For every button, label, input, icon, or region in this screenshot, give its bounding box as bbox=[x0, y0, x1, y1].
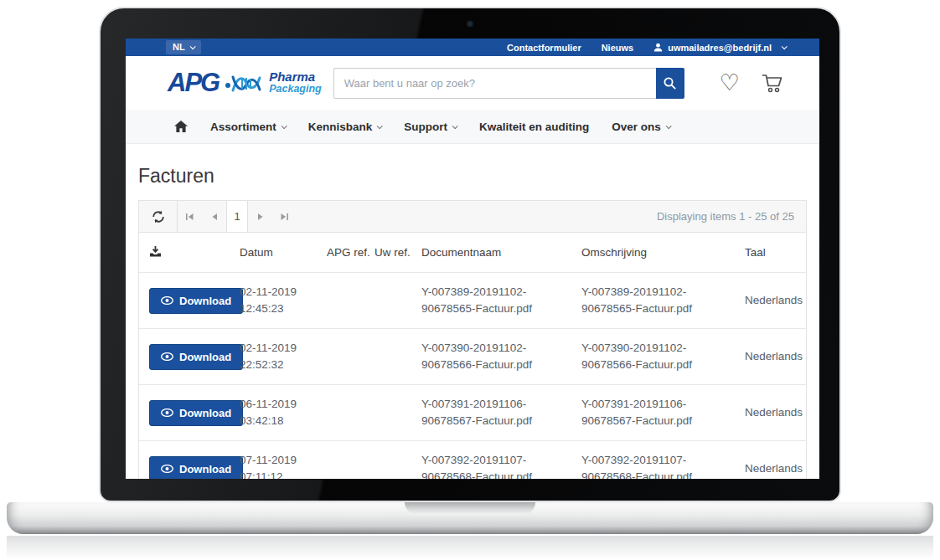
prev-page-button[interactable] bbox=[202, 201, 226, 232]
cell-documentnaam: Y-007391-20191106-90678567-Factuur.pdf bbox=[421, 396, 581, 429]
first-page-icon bbox=[185, 213, 194, 221]
nav-label: Kwaliteit en auditing bbox=[479, 121, 589, 133]
search-input[interactable] bbox=[333, 68, 656, 99]
cell-taal: Nederlands bbox=[745, 292, 816, 309]
contact-link[interactable]: Contactformulier bbox=[507, 43, 581, 53]
pagination: 1 bbox=[178, 201, 297, 232]
invoice-row: Download 07-11-201907:11:12 Y-007392-201… bbox=[139, 440, 806, 479]
home-icon bbox=[174, 121, 188, 132]
search-bar bbox=[333, 68, 684, 99]
nav-home[interactable] bbox=[174, 121, 188, 132]
col-header-documentnaam[interactable]: Documentnaam bbox=[421, 246, 581, 259]
download-button[interactable]: Download bbox=[149, 288, 243, 314]
wishlist-heart-icon[interactable]: ♡ bbox=[720, 72, 740, 95]
topbar-links: Contactformulier Nieuws uwmailadres@bedr… bbox=[507, 43, 786, 53]
nav-item-kwaliteit-en-auditing[interactable]: Kwaliteit en auditing bbox=[479, 121, 589, 133]
invoice-row: Download 02-11-201922:52:32 Y-007390-201… bbox=[139, 328, 806, 384]
logo-tagline: Pharma Packaging bbox=[269, 70, 322, 95]
download-button[interactable]: Download bbox=[149, 400, 243, 426]
laptop-lid-notch bbox=[405, 502, 535, 515]
col-header-apg-ref[interactable]: APG ref. bbox=[327, 246, 374, 259]
col-header-datum[interactable]: Datum bbox=[240, 246, 327, 259]
cell-taal: Nederlands bbox=[745, 404, 816, 421]
laptop-base bbox=[7, 502, 933, 534]
main-nav: Assortiment Kennisbank Support Kwaliteit… bbox=[126, 110, 819, 144]
dna-helix-icon bbox=[225, 69, 263, 96]
next-page-button[interactable] bbox=[248, 201, 272, 232]
last-page-icon bbox=[280, 213, 289, 221]
invoice-row: Download 02-11-201912:45:23 Y-007389-201… bbox=[139, 272, 806, 328]
first-page-button[interactable] bbox=[178, 201, 202, 232]
cell-datum: 06-11-201903:42:18 bbox=[240, 396, 327, 429]
logo-tagline-packaging: Packaging bbox=[269, 83, 322, 95]
nav-item-over-ons[interactable]: Over ons bbox=[612, 121, 670, 133]
chevron-down-icon bbox=[281, 123, 287, 129]
refresh-icon bbox=[152, 210, 165, 223]
cell-documentnaam: Y-007389-20191102-90678565-Factuur.pdf bbox=[421, 284, 581, 317]
col-header-taal[interactable]: Taal bbox=[745, 246, 806, 259]
download-button[interactable]: Download bbox=[149, 344, 243, 370]
chevron-down-icon bbox=[782, 44, 788, 49]
page-content: Facturen bbox=[126, 165, 819, 479]
cell-documentnaam: Y-007392-20191107-90678568-Factuur.pdf bbox=[421, 452, 581, 479]
nav-item-kennisbank[interactable]: Kennisbank bbox=[308, 121, 382, 133]
cell-taal: Nederlands bbox=[745, 348, 816, 365]
company-logo[interactable]: APG Pharma Packaging bbox=[168, 68, 322, 98]
grid-toolbar: 1 bbox=[139, 201, 806, 233]
chevron-down-icon bbox=[452, 123, 458, 129]
cell-omschrijving: Y-007391-20191106-90678567-Factuur.pdf bbox=[581, 396, 745, 429]
logo-tagline-pharma: Pharma bbox=[269, 70, 322, 83]
nav-label: Kennisbank bbox=[308, 121, 373, 133]
cell-omschrijving: Y-007390-20191102-90678566-Factuur.pdf bbox=[581, 340, 745, 373]
laptop-mockup: NL Contactformulier Nieuws uwmailadres@b… bbox=[0, 0, 940, 560]
eye-icon bbox=[161, 296, 173, 305]
cell-omschrijving: Y-007389-20191102-90678565-Factuur.pdf bbox=[581, 284, 745, 317]
eye-icon bbox=[161, 408, 173, 417]
search-button[interactable] bbox=[656, 68, 684, 99]
last-page-button[interactable] bbox=[272, 201, 297, 232]
page-title: Facturen bbox=[138, 165, 807, 188]
current-page-indicator[interactable]: 1 bbox=[226, 201, 248, 232]
chevron-down-icon bbox=[377, 123, 383, 129]
download-column-header bbox=[149, 245, 240, 260]
cell-datum: 07-11-201907:11:12 bbox=[240, 452, 327, 479]
download-icon bbox=[149, 245, 162, 258]
shopping-cart-icon[interactable] bbox=[762, 73, 784, 94]
laptop-bezel: NL Contactformulier Nieuws uwmailadres@b… bbox=[99, 7, 841, 502]
invoices-grid: 1 bbox=[138, 200, 807, 479]
news-link[interactable]: Nieuws bbox=[602, 43, 634, 53]
prev-page-icon bbox=[211, 213, 218, 221]
nav-item-support[interactable]: Support bbox=[404, 121, 457, 133]
next-page-icon bbox=[257, 213, 264, 221]
laptop-reflection bbox=[7, 536, 933, 559]
cell-taal: Nederlands bbox=[745, 460, 816, 477]
account-menu[interactable]: uwmailadres@bedrijf.nl bbox=[653, 43, 786, 53]
refresh-button[interactable] bbox=[139, 201, 178, 232]
chevron-down-icon bbox=[666, 123, 672, 129]
account-email: uwmailadres@bedrijf.nl bbox=[668, 43, 772, 53]
eye-icon bbox=[161, 352, 173, 361]
topbar: NL Contactformulier Nieuws uwmailadres@b… bbox=[126, 39, 819, 56]
nav-item-assortiment[interactable]: Assortiment bbox=[210, 121, 286, 133]
language-selector[interactable]: NL bbox=[166, 40, 201, 54]
download-label: Download bbox=[179, 407, 231, 419]
cell-datum: 02-11-201922:52:32 bbox=[240, 340, 327, 373]
logo-apg-text: APG bbox=[168, 68, 219, 98]
site-header: APG Pharma Packaging bbox=[126, 56, 819, 110]
col-header-omschrijving[interactable]: Omschrijving bbox=[581, 246, 745, 259]
nav-label: Support bbox=[404, 121, 447, 133]
webcam-dot bbox=[467, 21, 473, 27]
download-label: Download bbox=[179, 351, 231, 363]
cell-omschrijving: Y-007392-20191107-90678568-Factuur.pdf bbox=[581, 452, 745, 479]
download-label: Download bbox=[179, 463, 231, 475]
eye-icon bbox=[161, 465, 173, 473]
invoice-row: Download 06-11-201903:42:18 Y-007391-201… bbox=[139, 384, 806, 440]
download-button[interactable]: Download bbox=[149, 456, 243, 480]
download-label: Download bbox=[179, 295, 231, 307]
user-icon bbox=[653, 43, 663, 52]
table-header-row: Datum APG ref. Uw ref. Documentnaam Omsc… bbox=[139, 233, 806, 272]
browser-screen: NL Contactformulier Nieuws uwmailadres@b… bbox=[126, 39, 819, 479]
nav-label: Over ons bbox=[612, 121, 661, 133]
nav-label: Assortiment bbox=[210, 121, 276, 133]
col-header-uw-ref[interactable]: Uw ref. bbox=[374, 246, 421, 259]
